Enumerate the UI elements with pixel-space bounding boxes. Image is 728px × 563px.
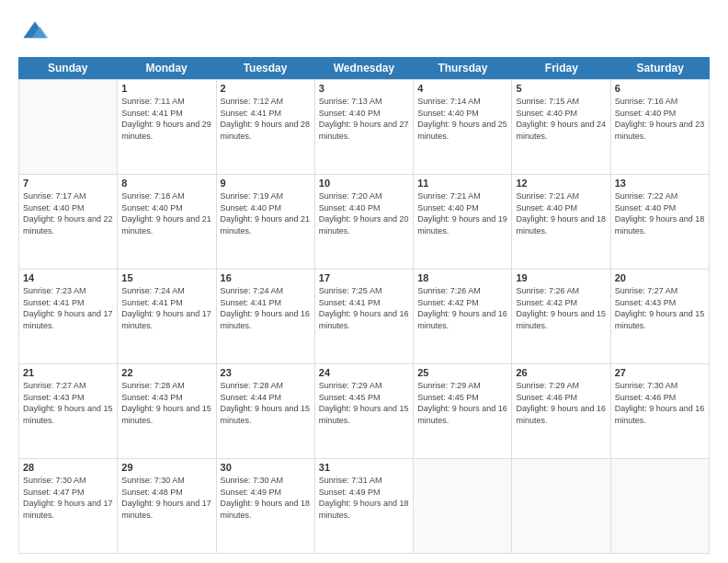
header [18, 15, 710, 48]
day-number: 4 [417, 83, 507, 94]
calendar-row: 14 Sunrise: 7:23 AM Sunset: 4:41 PM Dayl… [19, 269, 710, 363]
day-number: 30 [221, 462, 311, 473]
cell-info: Sunrise: 7:30 AM Sunset: 4:46 PM Dayligh… [615, 380, 705, 426]
cell-info: Sunrise: 7:26 AM Sunset: 4:42 PM Dayligh… [516, 285, 606, 331]
calendar-cell: 20 Sunrise: 7:27 AM Sunset: 4:43 PM Dayl… [611, 270, 710, 363]
day-number: 28 [23, 462, 113, 473]
calendar-cell: 21 Sunrise: 7:27 AM Sunset: 4:43 PM Dayl… [19, 364, 118, 458]
calendar-cell [512, 459, 610, 553]
day-number: 3 [319, 83, 409, 94]
calendar-cell: 7 Sunrise: 7:17 AM Sunset: 4:40 PM Dayli… [19, 175, 118, 269]
calendar-cell: 24 Sunrise: 7:29 AM Sunset: 4:45 PM Dayl… [315, 364, 414, 458]
day-number: 18 [417, 272, 507, 283]
day-number: 10 [319, 178, 409, 189]
day-number: 25 [417, 367, 507, 378]
calendar-row: 7 Sunrise: 7:17 AM Sunset: 4:40 PM Dayli… [19, 174, 710, 269]
cell-info: Sunrise: 7:29 AM Sunset: 4:45 PM Dayligh… [417, 380, 507, 426]
cell-info: Sunrise: 7:21 AM Sunset: 4:40 PM Dayligh… [516, 190, 606, 236]
calendar-cell [19, 80, 118, 174]
cell-info: Sunrise: 7:14 AM Sunset: 4:40 PM Dayligh… [417, 96, 507, 142]
day-number: 27 [615, 367, 705, 378]
calendar-body: 1 Sunrise: 7:11 AM Sunset: 4:41 PM Dayli… [18, 79, 710, 554]
cell-info: Sunrise: 7:29 AM Sunset: 4:46 PM Dayligh… [516, 380, 606, 426]
calendar-cell: 18 Sunrise: 7:26 AM Sunset: 4:42 PM Dayl… [414, 270, 512, 363]
calendar-cell: 14 Sunrise: 7:23 AM Sunset: 4:41 PM Dayl… [19, 270, 118, 363]
day-number: 23 [221, 367, 311, 378]
cell-info: Sunrise: 7:20 AM Sunset: 4:40 PM Dayligh… [319, 190, 409, 236]
cell-info: Sunrise: 7:28 AM Sunset: 4:43 PM Dayligh… [121, 380, 211, 426]
calendar-cell: 22 Sunrise: 7:28 AM Sunset: 4:43 PM Dayl… [118, 364, 216, 458]
calendar-cell: 16 Sunrise: 7:24 AM Sunset: 4:41 PM Dayl… [217, 270, 315, 363]
day-number: 17 [319, 272, 409, 283]
calendar-cell: 29 Sunrise: 7:30 AM Sunset: 4:48 PM Dayl… [118, 459, 216, 553]
calendar-cell: 31 Sunrise: 7:31 AM Sunset: 4:49 PM Dayl… [315, 459, 414, 553]
day-number: 1 [121, 83, 211, 94]
calendar-header: SundayMondayTuesdayWednesdayThursdayFrid… [18, 57, 710, 79]
day-of-week-header: Sunday [18, 57, 117, 79]
calendar-cell: 4 Sunrise: 7:14 AM Sunset: 4:40 PM Dayli… [414, 80, 512, 174]
day-number: 11 [417, 178, 507, 189]
cell-info: Sunrise: 7:31 AM Sunset: 4:49 PM Dayligh… [319, 475, 409, 521]
calendar-cell: 30 Sunrise: 7:30 AM Sunset: 4:49 PM Dayl… [217, 459, 315, 553]
calendar-cell: 5 Sunrise: 7:15 AM Sunset: 4:40 PM Dayli… [512, 80, 610, 174]
cell-info: Sunrise: 7:11 AM Sunset: 4:41 PM Dayligh… [121, 96, 211, 142]
day-of-week-header: Monday [117, 57, 215, 79]
cell-info: Sunrise: 7:25 AM Sunset: 4:41 PM Dayligh… [319, 285, 409, 331]
day-number: 31 [319, 462, 409, 473]
day-number: 29 [121, 462, 211, 473]
calendar-cell: 28 Sunrise: 7:30 AM Sunset: 4:47 PM Dayl… [19, 459, 118, 553]
cell-info: Sunrise: 7:21 AM Sunset: 4:40 PM Dayligh… [417, 190, 507, 236]
day-of-week-header: Wednesday [314, 57, 413, 79]
day-number: 9 [221, 178, 311, 189]
day-of-week-header: Friday [512, 57, 610, 79]
cell-info: Sunrise: 7:15 AM Sunset: 4:40 PM Dayligh… [516, 96, 606, 142]
day-number: 6 [615, 83, 705, 94]
cell-info: Sunrise: 7:27 AM Sunset: 4:43 PM Dayligh… [615, 285, 705, 331]
calendar-cell: 27 Sunrise: 7:30 AM Sunset: 4:46 PM Dayl… [611, 364, 710, 458]
calendar-cell: 25 Sunrise: 7:29 AM Sunset: 4:45 PM Dayl… [414, 364, 512, 458]
cell-info: Sunrise: 7:22 AM Sunset: 4:40 PM Dayligh… [615, 190, 705, 236]
calendar-cell: 3 Sunrise: 7:13 AM Sunset: 4:40 PM Dayli… [315, 80, 414, 174]
day-of-week-header: Saturday [611, 57, 710, 79]
cell-info: Sunrise: 7:29 AM Sunset: 4:45 PM Dayligh… [319, 380, 409, 426]
calendar-cell [611, 459, 710, 553]
calendar-cell: 6 Sunrise: 7:16 AM Sunset: 4:40 PM Dayli… [611, 80, 710, 174]
day-number: 26 [516, 367, 606, 378]
calendar-cell: 17 Sunrise: 7:25 AM Sunset: 4:41 PM Dayl… [315, 270, 414, 363]
calendar-row: 28 Sunrise: 7:30 AM Sunset: 4:47 PM Dayl… [19, 458, 710, 553]
day-number: 21 [23, 367, 113, 378]
cell-info: Sunrise: 7:24 AM Sunset: 4:41 PM Dayligh… [221, 285, 311, 331]
cell-info: Sunrise: 7:30 AM Sunset: 4:47 PM Dayligh… [23, 475, 113, 521]
cell-info: Sunrise: 7:30 AM Sunset: 4:48 PM Dayligh… [121, 475, 211, 521]
day-number: 8 [121, 178, 211, 189]
day-number: 2 [221, 83, 311, 94]
calendar-cell: 2 Sunrise: 7:12 AM Sunset: 4:41 PM Dayli… [217, 80, 315, 174]
page: SundayMondayTuesdayWednesdayThursdayFrid… [0, 0, 728, 563]
cell-info: Sunrise: 7:27 AM Sunset: 4:43 PM Dayligh… [23, 380, 113, 426]
day-of-week-header: Thursday [414, 57, 512, 79]
cell-info: Sunrise: 7:23 AM Sunset: 4:41 PM Dayligh… [23, 285, 113, 331]
calendar-cell: 13 Sunrise: 7:22 AM Sunset: 4:40 PM Dayl… [611, 175, 710, 269]
day-number: 13 [615, 178, 705, 189]
cell-info: Sunrise: 7:30 AM Sunset: 4:49 PM Dayligh… [221, 475, 311, 521]
calendar-cell: 12 Sunrise: 7:21 AM Sunset: 4:40 PM Dayl… [512, 175, 610, 269]
cell-info: Sunrise: 7:28 AM Sunset: 4:44 PM Dayligh… [221, 380, 311, 426]
cell-info: Sunrise: 7:17 AM Sunset: 4:40 PM Dayligh… [23, 190, 113, 236]
cell-info: Sunrise: 7:16 AM Sunset: 4:40 PM Dayligh… [615, 96, 705, 142]
cell-info: Sunrise: 7:13 AM Sunset: 4:40 PM Dayligh… [319, 96, 409, 142]
calendar-cell: 26 Sunrise: 7:29 AM Sunset: 4:46 PM Dayl… [512, 364, 610, 458]
cell-info: Sunrise: 7:24 AM Sunset: 4:41 PM Dayligh… [121, 285, 211, 331]
logo-icon [18, 15, 51, 48]
calendar-row: 1 Sunrise: 7:11 AM Sunset: 4:41 PM Dayli… [19, 79, 710, 174]
day-number: 20 [615, 272, 705, 283]
calendar-cell [414, 459, 512, 553]
calendar-cell: 11 Sunrise: 7:21 AM Sunset: 4:40 PM Dayl… [414, 175, 512, 269]
cell-info: Sunrise: 7:18 AM Sunset: 4:40 PM Dayligh… [121, 190, 211, 236]
logo [18, 15, 57, 48]
day-number: 7 [23, 178, 113, 189]
calendar-cell: 10 Sunrise: 7:20 AM Sunset: 4:40 PM Dayl… [315, 175, 414, 269]
calendar-cell: 9 Sunrise: 7:19 AM Sunset: 4:40 PM Dayli… [217, 175, 315, 269]
day-number: 24 [319, 367, 409, 378]
cell-info: Sunrise: 7:12 AM Sunset: 4:41 PM Dayligh… [221, 96, 311, 142]
day-number: 14 [23, 272, 113, 283]
